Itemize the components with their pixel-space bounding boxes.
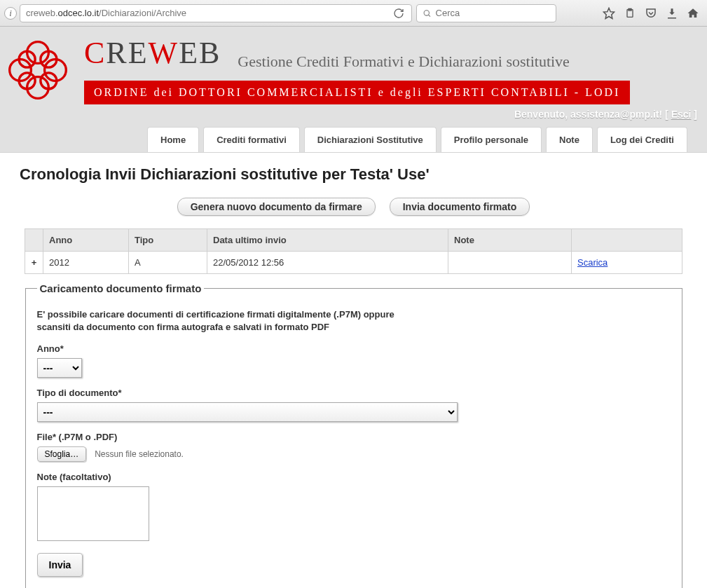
search-input[interactable] <box>436 8 550 18</box>
generate-document-button[interactable]: Genera nuovo documento da firmare <box>177 198 376 216</box>
url-pre: creweb. <box>26 8 58 18</box>
tab-note[interactable]: Note <box>546 127 593 152</box>
tab-dichiarazioni[interactable]: Dichiarazioni Sostitutive <box>304 127 437 152</box>
info-icon[interactable]: i <box>4 7 17 20</box>
search-bar[interactable] <box>416 4 556 22</box>
upload-help-text: E' possibile caricare documenti di certi… <box>37 308 401 334</box>
page-title: Cronologia Invii Dichiarazioni sostituti… <box>20 165 687 184</box>
url-host: odcec.lo.it <box>58 8 99 18</box>
th-expand <box>25 229 43 252</box>
brand-subtitle-bar: ORDINE dei DOTTORI COMMERCIALISTI e degl… <box>84 81 630 104</box>
cell-tipo: A <box>129 252 207 274</box>
upload-legend: Caricamento documento firmato <box>37 282 205 294</box>
th-tipo: Tipo <box>129 229 207 252</box>
tipo-select[interactable]: --- <box>37 402 458 422</box>
tipo-label: Tipo di documento* <box>37 388 671 398</box>
cell-note <box>448 252 572 274</box>
search-icon <box>423 8 432 18</box>
th-data: Data ultimo invio <box>207 229 448 252</box>
submit-button[interactable]: Invia <box>37 553 83 577</box>
upload-fieldset: Caricamento documento firmato E' possibi… <box>25 282 682 588</box>
file-browse-button[interactable]: Sfoglia… <box>37 446 87 462</box>
star-icon[interactable] <box>602 6 616 20</box>
tab-home[interactable]: Home <box>147 127 199 152</box>
home-icon[interactable] <box>686 6 700 20</box>
cell-data: 22/05/2012 12:56 <box>207 252 448 274</box>
browser-chrome: i creweb.odcec.lo.it/Dichiarazioni/Archi… <box>0 0 707 27</box>
brand-tagline: Gestione Crediti Formativi e Dichiarazio… <box>238 53 570 71</box>
th-anno: Anno <box>43 229 129 252</box>
logout-link[interactable]: Esci <box>671 109 692 120</box>
pocket-icon[interactable] <box>644 6 658 20</box>
cell-anno: 2012 <box>43 252 129 274</box>
tab-crediti[interactable]: Crediti formativi <box>203 127 300 152</box>
svg-marker-1 <box>604 8 615 18</box>
file-status-text: Nessun file selezionato. <box>95 449 184 459</box>
note-label: Note (facoltativo) <box>37 472 671 482</box>
nav-tabs: Home Crediti formativi Dichiarazioni Sos… <box>0 127 707 152</box>
tab-log[interactable]: Log dei Crediti <box>597 127 687 152</box>
history-table: Anno Tipo Data ultimo invio Note + 2012 … <box>25 228 682 274</box>
brand-wordmark: CREWEB <box>84 35 221 71</box>
download-link[interactable]: Scarica <box>577 257 608 268</box>
anno-label: Anno* <box>37 343 671 354</box>
tab-profilo[interactable]: Profilo personale <box>441 127 542 152</box>
url-path: /Dichiarazioni/Archive <box>99 8 186 18</box>
clipboard-icon[interactable] <box>623 6 637 20</box>
send-signed-document-button[interactable]: Invia documento firmato <box>390 198 530 216</box>
welcome-bar: Benvenuto, assistenza@pmp.it! [ Esci ] <box>0 104 707 127</box>
anno-select[interactable]: --- <box>37 358 82 378</box>
expand-row-button[interactable]: + <box>25 252 43 274</box>
welcome-user: assistenza@pmp.it <box>570 109 659 120</box>
welcome-prefix: Benvenuto, <box>514 109 570 120</box>
table-row: + 2012 A 22/05/2012 12:56 Scarica <box>25 252 682 274</box>
address-bar[interactable]: creweb.odcec.lo.it/Dichiarazioni/Archive <box>20 4 412 22</box>
download-icon[interactable] <box>665 6 679 20</box>
file-label: File* (.P7M o .PDF) <box>37 432 671 442</box>
th-note: Note <box>448 229 572 252</box>
main-content: Cronologia Invii Dichiarazioni sostituti… <box>0 152 707 588</box>
logo-mark <box>4 36 71 104</box>
reload-icon[interactable] <box>391 6 406 21</box>
svg-point-0 <box>424 10 429 15</box>
th-action <box>572 229 682 252</box>
page-header: CREWEB Gestione Crediti Formativi e Dich… <box>0 27 707 152</box>
note-textarea[interactable] <box>37 486 149 541</box>
